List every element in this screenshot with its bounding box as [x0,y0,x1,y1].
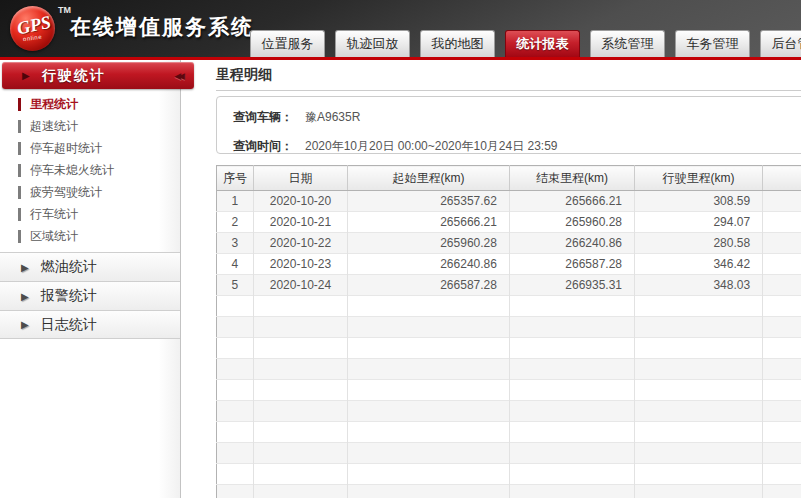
empty-table-row [217,422,801,443]
item-marker-icon [18,142,21,155]
cell: 2020-10-22 [253,233,347,254]
cell-empty [763,212,801,233]
cell-empty [763,380,801,401]
cell-empty [635,296,763,317]
cell-empty [635,422,763,443]
cell-empty [253,443,347,464]
group-triangle-icon: ▶ [21,262,29,273]
nav-tab-5[interactable]: 车务管理 [675,30,750,57]
cell-empty [509,401,634,422]
sidebar-item-label: 区域统计 [30,228,78,245]
table-row[interactable]: 12020-10-20265357.62265666.21308.59 [217,191,801,212]
sidebar-banner-driving-stats[interactable]: ▶ 行驶统计 ◀◀ [2,62,194,89]
column-header-0: 序号 [217,166,254,191]
sidebar-group-2[interactable]: ▶日志统计 [0,310,180,339]
sidebar-group-0[interactable]: ▶燃油统计 [0,252,180,281]
table-row[interactable]: 52020-10-24266587.28266935.31348.03 [217,275,801,296]
banner-triangle-icon: ▶ [22,70,30,81]
cell-empty [635,359,763,380]
mileage-table: 序号日期起始里程(km)结束里程(km)行驶里程(km) 12020-10-20… [216,165,801,498]
main-content: 里程明细 查询车辆： 豫A9635R 查询时间： 2020年10月20日 00:… [182,60,801,498]
cell: 265357.62 [348,191,510,212]
table-row[interactable]: 32020-10-22265960.28266240.86280.58 [217,233,801,254]
cell: 1 [217,191,254,212]
cell: 2020-10-20 [253,191,347,212]
cell: 308.59 [635,191,763,212]
item-marker-icon [18,98,21,111]
group-triangle-icon: ▶ [21,291,29,302]
cell-empty [348,380,510,401]
sidebar-item-label: 停车未熄火统计 [30,162,114,179]
cell-empty [217,485,254,498]
cell-empty [217,443,254,464]
sidebar-item-0[interactable]: 里程统计 [0,93,180,115]
cell-empty [635,443,763,464]
table-row[interactable]: 42020-10-23266240.86266587.28346.42 [217,254,801,275]
nav-tab-3[interactable]: 统计报表 [505,30,580,57]
cell: 294.07 [635,212,763,233]
cell: 266240.86 [348,254,510,275]
cell-empty [217,359,254,380]
cell-empty [509,380,634,401]
cell-empty [509,422,634,443]
sidebar-item-4[interactable]: 疲劳驾驶统计 [0,181,180,203]
cell: 266935.31 [509,275,634,296]
sidebar-item-6[interactable]: 区域统计 [0,225,180,247]
cell-empty [348,296,510,317]
cell-empty [763,317,801,338]
cell-empty [253,485,347,498]
sidebar-item-label: 停车超时统计 [30,140,102,157]
cell-empty [253,401,347,422]
sidebar-item-list: 里程统计超速统计停车超时统计停车未熄火统计疲劳驾驶统计行车统计区域统计 [0,93,180,247]
cell-empty [509,338,634,359]
table-header-row: 序号日期起始里程(km)结束里程(km)行驶里程(km) [217,166,801,191]
cell-empty [763,401,801,422]
cell-empty [763,233,801,254]
sidebar-group-label: 日志统计 [41,316,97,334]
cell: 346.42 [635,254,763,275]
sidebar-group-1[interactable]: ▶报警统计 [0,281,180,310]
sidebar-group-label: 燃油统计 [41,258,97,276]
query-summary-box: 查询车辆： 豫A9635R 查询时间： 2020年10月20日 00:00~20… [216,96,801,154]
cell-empty [253,317,347,338]
cell: 5 [217,275,254,296]
cell-empty [763,275,801,296]
app-title: 在线增值服务系统 [70,13,254,41]
empty-table-row [217,464,801,485]
cell: 4 [217,254,254,275]
cell-empty [763,191,801,212]
cell: 280.58 [635,233,763,254]
sidebar-group-list: ▶燃油统计▶报警统计▶日志统计 [0,252,180,339]
nav-tab-2[interactable]: 我的地图 [420,30,495,57]
sidebar-item-3[interactable]: 停车未熄火统计 [0,159,180,181]
sidebar-item-1[interactable]: 超速统计 [0,115,180,137]
table-row[interactable]: 22020-10-21265666.21265960.28294.07 [217,212,801,233]
nav-tab-4[interactable]: 系统管理 [590,30,665,57]
cell-empty [217,338,254,359]
nav-tab-1[interactable]: 轨迹回放 [335,30,410,57]
cell-empty [217,422,254,443]
cell-empty [348,338,510,359]
cell: 266240.86 [509,233,634,254]
page-title: 里程明细 [216,66,801,91]
sidebar-item-2[interactable]: 停车超时统计 [0,137,180,159]
item-marker-icon [18,120,21,133]
cell-empty [348,443,510,464]
cell: 265666.21 [348,212,510,233]
query-vehicle-row: 查询车辆： 豫A9635R [233,109,801,126]
nav-tab-6[interactable]: 后台管理 [760,30,801,57]
query-time-row: 查询时间： 2020年10月20日 00:00~2020年10月24日 23:5… [233,138,801,155]
empty-table-row [217,443,801,464]
sidebar-item-5[interactable]: 行车统计 [0,203,180,225]
cell-empty [348,464,510,485]
cell-empty [217,317,254,338]
query-time-value: 2020年10月20日 00:00~2020年10月24日 23:59 [305,138,558,155]
cell-empty [253,296,347,317]
nav-tab-0[interactable]: 位置服务 [250,30,325,57]
empty-table-row [217,380,801,401]
cell-empty [763,422,801,443]
cell-empty [509,485,634,498]
sidebar-collapse-icon[interactable]: ◀◀ [174,71,182,81]
top-nav-tabs: 位置服务轨迹回放我的地图统计报表系统管理车务管理后台管理 [250,30,801,57]
query-time-label: 查询时间： [233,138,293,155]
